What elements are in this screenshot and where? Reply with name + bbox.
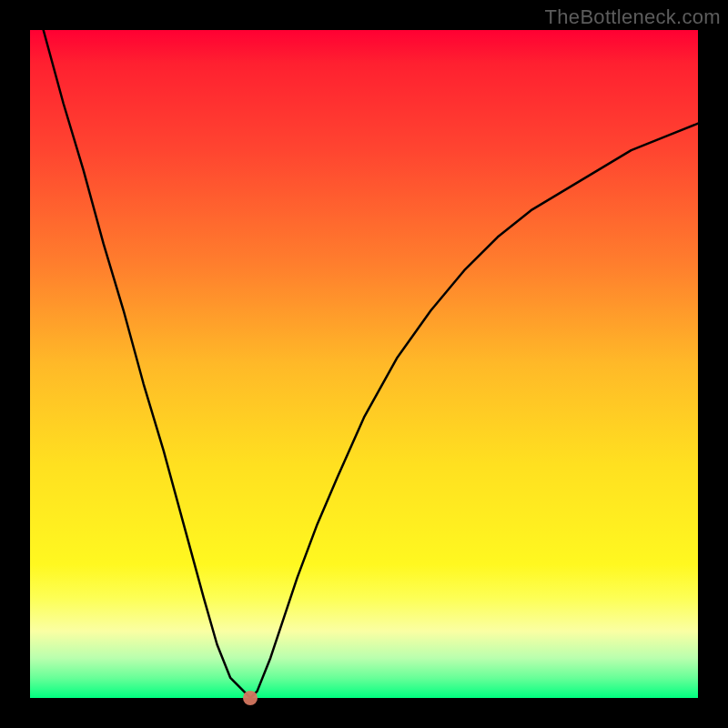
bottleneck-curve <box>30 30 698 698</box>
chart-container: TheBottleneck.com <box>0 0 728 728</box>
optimal-point-marker <box>243 691 258 705</box>
watermark-label: TheBottleneck.com <box>545 5 721 29</box>
